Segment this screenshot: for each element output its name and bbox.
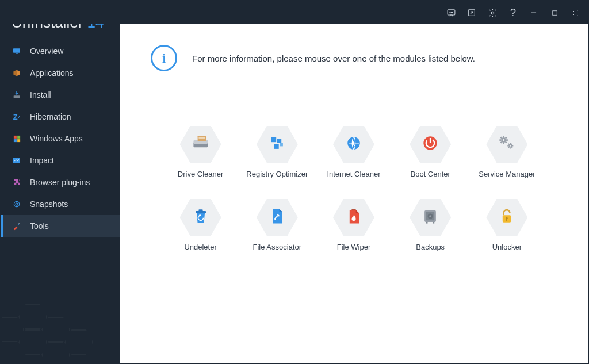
sidebar-item-overview[interactable]: Overview (1, 40, 120, 62)
svg-point-19 (16, 203, 18, 205)
svg-point-3 (452, 12, 453, 12)
sidebar-label: Windows Apps (30, 134, 83, 143)
sidebar-label: Snapshots (30, 200, 68, 209)
tool-file-wiper[interactable]: File Wiper (321, 199, 386, 251)
sidebar-label: Impact (30, 156, 54, 165)
svg-point-36 (510, 145, 511, 147)
tool-label: Boot Center (411, 170, 450, 178)
info-bar: i For more information, please mouse ove… (151, 45, 563, 71)
sidebar-item-hibernation[interactable]: Zz Hibernation (1, 106, 120, 128)
svg-rect-48 (506, 219, 507, 221)
file-fire-icon (343, 206, 364, 229)
divider (145, 91, 563, 91)
sidebar-item-browser-plugins[interactable]: Browser plug-ins (1, 171, 120, 193)
puzzle-icon (12, 177, 22, 187)
download-icon (12, 90, 22, 100)
gears-icon (496, 133, 517, 156)
tool-unlocker[interactable]: Unlocker (475, 199, 540, 251)
tool-label: Unlocker (492, 243, 522, 251)
svg-rect-25 (271, 137, 276, 142)
sidebar-label: Hibernation (30, 112, 71, 121)
tool-backups[interactable]: Backups (398, 199, 463, 251)
svg-rect-44 (426, 222, 428, 224)
sidebar-label: Applications (30, 68, 74, 78)
tool-drive-cleaner[interactable]: Drive Cleaner (168, 126, 233, 178)
power-icon (420, 133, 441, 156)
monitor-icon (12, 46, 22, 56)
feedback-icon[interactable] (445, 7, 457, 18)
svg-rect-38 (198, 209, 202, 212)
drive-icon (190, 133, 211, 156)
svg-rect-45 (433, 222, 435, 224)
safe-icon (420, 206, 441, 229)
tool-registry-optimizer[interactable]: Registry Optimizer (244, 126, 309, 178)
sidebar-label: Overview (30, 47, 63, 56)
maximize-icon[interactable] (549, 7, 560, 18)
svg-rect-39 (351, 209, 355, 210)
svg-point-1 (449, 12, 450, 12)
chart-icon (12, 155, 22, 166)
sidebar-item-impact[interactable]: Impact (1, 150, 120, 171)
tool-label: Undeleter (184, 243, 216, 251)
svg-point-18 (14, 201, 19, 206)
svg-rect-28 (280, 143, 282, 146)
svg-rect-7 (552, 10, 557, 15)
sleep-icon: Zz (12, 112, 22, 122)
svg-point-5 (491, 12, 494, 14)
tool-label: Service Manager (479, 170, 535, 178)
close-icon[interactable] (569, 7, 581, 18)
titlebar: ? (1, 1, 588, 24)
lock-icon (496, 206, 517, 229)
camera-icon (12, 199, 22, 209)
svg-point-2 (450, 12, 451, 12)
minimize-icon[interactable] (528, 7, 540, 18)
info-text: For more information, please mouse over … (192, 53, 475, 63)
sidebar-item-applications[interactable]: Applications (1, 62, 120, 84)
tool-internet-cleaner[interactable]: Internet Cleaner (321, 126, 386, 178)
svg-rect-13 (13, 135, 16, 138)
info-icon: i (151, 45, 177, 71)
sidebar-label: Tools (30, 221, 49, 231)
sidebar-item-tools[interactable]: Tools (1, 215, 120, 237)
sidebar: Ashampoo UnInstaller 14 Overview Applica… (1, 24, 120, 363)
decorative-hex-pattern (1, 294, 99, 363)
app-logo: Ashampoo UnInstaller 14 (1, 24, 120, 40)
trash-undo-icon (190, 206, 211, 229)
svg-point-43 (429, 215, 431, 217)
gear-icon[interactable] (487, 7, 498, 18)
main-panel: i For more information, please mouse ove… (120, 24, 588, 363)
svg-rect-12 (14, 95, 20, 98)
external-icon[interactable] (466, 7, 477, 18)
sidebar-item-install[interactable]: Install (1, 84, 120, 106)
svg-rect-11 (16, 53, 18, 53)
sidebar-item-snapshots[interactable]: Snapshots (1, 193, 120, 215)
sidebar-item-windows-apps[interactable]: Windows Apps (1, 128, 120, 150)
tool-label: Registry Optimizer (246, 170, 308, 178)
internet-icon (343, 133, 364, 156)
svg-point-20 (18, 223, 20, 224)
svg-rect-15 (13, 139, 16, 142)
help-icon[interactable]: ? (507, 7, 519, 18)
tools-icon (12, 221, 22, 231)
tool-label: Backups (416, 243, 445, 251)
package-icon (12, 68, 22, 78)
tool-label: File Associator (253, 243, 302, 251)
tool-boot-center[interactable]: Boot Center (398, 126, 463, 178)
tool-file-associator[interactable]: File Associator (244, 199, 309, 251)
tool-label: Drive Cleaner (178, 170, 223, 178)
svg-rect-16 (17, 139, 20, 142)
svg-rect-27 (274, 144, 278, 149)
svg-rect-14 (17, 135, 20, 138)
sidebar-label: Browser plug-ins (30, 178, 90, 187)
tool-label: File Wiper (337, 243, 371, 251)
svg-rect-26 (277, 139, 281, 143)
file-link-icon (267, 206, 288, 229)
tool-undeleter[interactable]: Undeleter (168, 199, 233, 251)
svg-rect-10 (13, 48, 20, 52)
sidebar-label: Install (30, 90, 51, 99)
svg-point-34 (503, 139, 505, 141)
windows-icon (12, 133, 22, 144)
tool-service-manager[interactable]: Service Manager (475, 126, 540, 178)
tools-grid: Drive Cleaner Registry Optimizer Interne… (145, 126, 563, 251)
svg-rect-24 (198, 137, 205, 139)
